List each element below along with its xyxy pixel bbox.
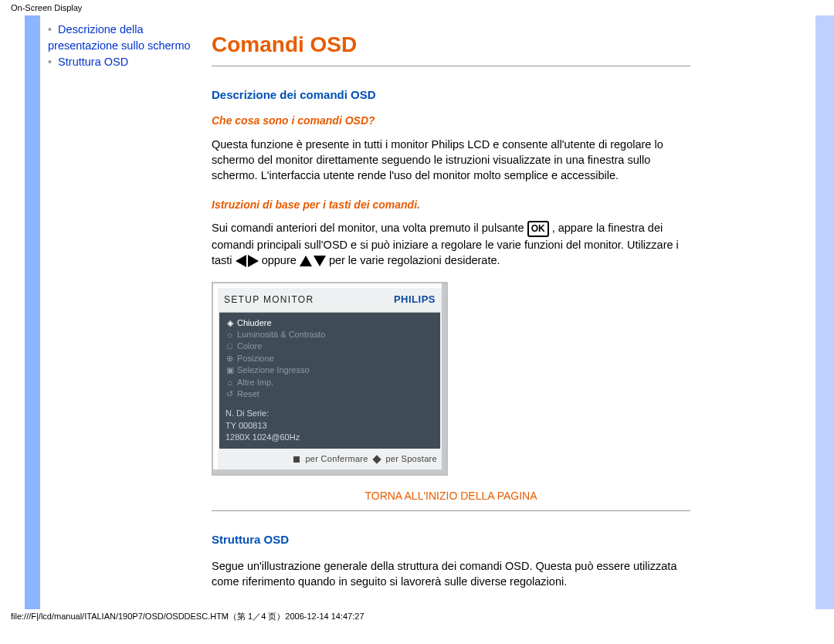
osd-item-icon: ⊕ [225, 353, 234, 364]
ok-button-icon: OK [527, 221, 549, 237]
osd-item-icon: □ [225, 341, 234, 352]
osd-foot-move: per Spostare [385, 454, 437, 463]
osd-item-label: Altre Imp. [237, 378, 273, 387]
main-content: Comandi OSD Descrizione dei comandi OSD … [207, 15, 695, 609]
osd-menu-item: ↺Reset [225, 388, 434, 400]
text-fragment: oppure [262, 254, 300, 266]
osd-brand-label: PHILIPS [394, 293, 436, 307]
osd-item-label: Reset [237, 389, 259, 398]
osd-menu-item: ◈Chiudere [225, 317, 434, 329]
osd-menu-item: ☼Luminosità & Contrasto [225, 329, 434, 341]
sidebar-link-descrizione[interactable]: Descrizione della presentazione sullo sc… [48, 23, 191, 52]
left-accent-bar [25, 15, 40, 609]
osd-serial: N. Di Serie: TY 000813 1280X 1024@60Hz [225, 408, 434, 443]
back-to-top: TORNA ALL'INIZIO DELLA PAGINA [212, 488, 690, 504]
osd-titlebar: SETUP MONITOR PHILIPS [219, 290, 440, 312]
diamond-icon [372, 455, 381, 463]
arrow-down-icon [314, 256, 326, 266]
osd-item-label: Selezione Ingresso [237, 365, 310, 375]
osd-menu-item: ▣Selezione Ingresso [225, 364, 434, 376]
osd-item-icon: ⌂ [225, 377, 234, 388]
section-heading-descrizione: Descrizione dei comandi OSD [212, 86, 690, 103]
osd-setup-label: SETUP MONITOR [224, 293, 314, 307]
square-icon [293, 456, 300, 463]
bullet-icon: • [48, 23, 52, 36]
osd-resolution: 1280X 1024@60Hz [225, 432, 434, 443]
osd-menu-item: □Colore [225, 341, 434, 352]
page-meta-foot: file:///F|/lcd/manual/ITALIAN/190P7/OSD/… [0, 609, 834, 632]
divider [212, 510, 690, 511]
osd-item-label: Posizione [237, 354, 274, 363]
sidebar-item[interactable]: • Descrizione della presentazione sullo … [48, 22, 202, 54]
arrow-left-icon [236, 255, 246, 267]
osd-item-icon: ◈ [225, 317, 234, 329]
osd-serial-value: TY 000813 [225, 420, 434, 432]
osd-item-icon: ↺ [225, 388, 234, 400]
osd-footer: per Confermare per Spostare [219, 449, 440, 468]
osd-panel: SETUP MONITOR PHILIPS ◈Chiudere☼Luminosi… [212, 282, 448, 475]
paragraph: Segue un'illustrazione generale della st… [212, 558, 690, 590]
osd-foot-confirm: per Confermare [305, 454, 368, 463]
osd-item-label: Luminosità & Contrasto [237, 330, 325, 339]
osd-item-icon: ☼ [225, 329, 234, 341]
divider [212, 66, 690, 66]
section-sub-istruzioni: Istruzioni di base per i tasti dei coman… [212, 198, 690, 213]
page-meta-top: On-Screen Display [0, 0, 834, 15]
content-frame: • Descrizione della presentazione sullo … [25, 15, 834, 609]
bullet-icon: • [48, 56, 52, 68]
sidebar-link-struttura[interactable]: Struttura OSD [58, 56, 128, 68]
text-fragment: Sui comandi anteriori del monitor, una v… [212, 222, 527, 234]
section-sub-che-cosa: Che cosa sono i comandi OSD? [212, 114, 690, 129]
osd-menu-item: ⊕Posizione [225, 353, 434, 364]
arrow-right-icon [248, 255, 259, 267]
arrow-up-icon [300, 256, 312, 266]
back-to-top-link[interactable]: TORNA ALL'INIZIO DELLA PAGINA [364, 490, 537, 502]
page-title: Comandi OSD [212, 29, 690, 59]
osd-body: ◈Chiudere☼Luminosità & Contrasto□Colore⊕… [219, 313, 440, 449]
osd-item-icon: ▣ [225, 364, 234, 376]
osd-menu-item: ⌂Altre Imp. [225, 377, 434, 388]
osd-item-label: Colore [237, 341, 262, 351]
osd-item-label: Chiudere [237, 318, 272, 327]
text-fragment: per le varie regolazioni desiderate. [329, 254, 500, 266]
right-accent-bar [815, 15, 834, 609]
section-heading-struttura: Struttura OSD [212, 531, 690, 547]
paragraph: Questa funzione è presente in tutti i mo… [212, 137, 690, 184]
osd-serial-label: N. Di Serie: [225, 408, 434, 419]
paragraph-instructions: Sui comandi anteriori del monitor, una v… [212, 220, 690, 268]
sidebar-item[interactable]: • Struttura OSD [48, 54, 202, 70]
sidebar: • Descrizione della presentazione sullo … [40, 15, 207, 609]
